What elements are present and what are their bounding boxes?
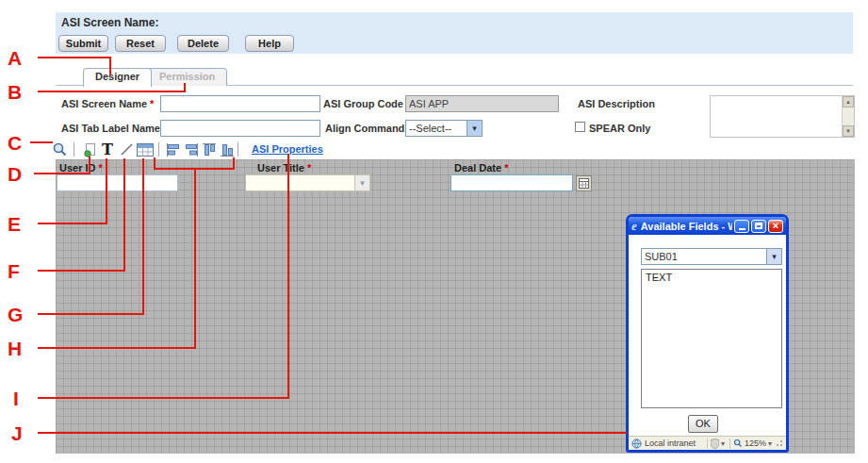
add-field-icon[interactable] bbox=[81, 141, 98, 157]
zoom-level-text[interactable]: 125% bbox=[745, 438, 766, 448]
align-command-label: Align Command bbox=[325, 123, 404, 134]
user-id-input[interactable] bbox=[57, 174, 178, 191]
align-bottom-icon[interactable] bbox=[219, 141, 236, 157]
required-marker: * bbox=[99, 162, 103, 174]
annotation-letter-a: A bbox=[8, 47, 34, 70]
annotation-letter-j: J bbox=[11, 422, 38, 445]
deal-date-label: Deal Date* bbox=[454, 162, 508, 174]
tab-label-name-input[interactable] bbox=[160, 120, 320, 137]
chevron-down-icon[interactable]: ▾ bbox=[467, 121, 482, 136]
window-title: Available Fields - Wind... bbox=[641, 221, 732, 232]
annotation-line bbox=[38, 432, 627, 434]
zoom-icon bbox=[733, 438, 743, 448]
calendar-icon[interactable] bbox=[576, 175, 592, 191]
annotation-line bbox=[34, 173, 90, 174]
annotation-letter-g: G bbox=[8, 304, 34, 326]
annotation-letter-i: I bbox=[13, 388, 40, 410]
annotation-line bbox=[123, 158, 125, 272]
annotation-line bbox=[142, 158, 144, 315]
security-zone-text: Local intranet bbox=[645, 438, 704, 448]
window-title-bar[interactable]: e Available Fields - Wind... × bbox=[629, 217, 786, 235]
scroll-up-button[interactable]: ▴ bbox=[843, 96, 854, 107]
annotation-line bbox=[38, 270, 125, 272]
screenshot-root: { "colors": { "annotation_red": "#e3170d… bbox=[0, 0, 868, 463]
spear-only-checkbox[interactable] bbox=[575, 122, 585, 132]
chevron-down-icon[interactable]: ▾ bbox=[721, 439, 725, 448]
toolbar-separator bbox=[74, 142, 74, 157]
line-tool-icon[interactable] bbox=[118, 141, 135, 157]
align-top-icon[interactable] bbox=[201, 141, 218, 157]
user-title-select[interactable]: ▾ bbox=[245, 174, 370, 191]
annotation-line bbox=[109, 57, 111, 75]
annotation-line bbox=[287, 154, 289, 399]
maximize-icon bbox=[755, 223, 762, 229]
tab-permission[interactable]: Permission bbox=[147, 68, 227, 86]
statusbar-separator bbox=[707, 438, 708, 449]
annotation-line bbox=[38, 347, 196, 349]
page-title: ASI Screen Name: bbox=[61, 16, 158, 29]
screen-name-input[interactable] bbox=[160, 95, 320, 112]
subfile-combobox-value: SUB01 bbox=[642, 251, 766, 262]
annotation-line bbox=[38, 223, 107, 224]
subfile-combobox[interactable]: SUB01 ▾ bbox=[641, 248, 782, 265]
minimize-icon bbox=[739, 228, 745, 230]
annotation-line bbox=[233, 157, 235, 169]
annotation-line bbox=[194, 169, 196, 349]
available-fields-list[interactable]: TEXT bbox=[641, 269, 782, 408]
maximize-button[interactable] bbox=[751, 220, 766, 233]
search-icon[interactable] bbox=[51, 141, 68, 157]
tab-designer[interactable]: Designer bbox=[83, 68, 152, 87]
header-band bbox=[56, 12, 853, 54]
available-fields-window: e Available Fields - Wind... × SUB01 ▾ T… bbox=[626, 214, 789, 453]
align-command-select[interactable]: --Select-- ▾ bbox=[405, 120, 483, 137]
reset-button[interactable]: Reset bbox=[115, 35, 166, 52]
annotation-line bbox=[106, 158, 107, 224]
annotation-letter-h: H bbox=[8, 338, 34, 360]
annotation-line bbox=[154, 157, 156, 169]
submit-button[interactable]: Submit bbox=[58, 35, 108, 52]
chevron-down-icon[interactable]: ▾ bbox=[354, 175, 369, 190]
close-button[interactable]: × bbox=[768, 220, 783, 233]
annotation-line bbox=[89, 157, 90, 174]
annotation-letter-e: E bbox=[8, 213, 34, 236]
resize-grip[interactable] bbox=[776, 439, 783, 447]
chevron-down-icon[interactable]: ▾ bbox=[768, 439, 772, 448]
annotation-letter-f: F bbox=[8, 260, 34, 283]
spear-only-label: SPEAR Only bbox=[589, 123, 650, 134]
user-title-label: User Title* bbox=[257, 162, 311, 174]
required-marker: * bbox=[504, 162, 508, 174]
annotation-line bbox=[38, 397, 289, 399]
annotation-line bbox=[38, 57, 111, 58]
minimize-button[interactable] bbox=[734, 220, 749, 233]
ok-button[interactable]: OK bbox=[688, 415, 718, 433]
text-tool-icon[interactable]: T bbox=[99, 141, 116, 157]
required-marker: * bbox=[307, 162, 311, 174]
annotation-line bbox=[154, 168, 235, 170]
window-status-bar: Local intranet ▾ 125% ▾ bbox=[629, 436, 786, 450]
help-button[interactable]: Help bbox=[245, 35, 294, 52]
align-left-icon[interactable] bbox=[165, 141, 182, 157]
table-tool-icon[interactable] bbox=[137, 141, 154, 157]
group-code-field bbox=[405, 95, 559, 112]
annotation-letter-d: D bbox=[8, 163, 34, 186]
align-command-value: --Select-- bbox=[406, 123, 467, 134]
description-scrollbar[interactable]: ▴ ▾ bbox=[842, 96, 854, 137]
screen-name-label: ASI Screen Name* bbox=[61, 98, 154, 109]
annotation-line bbox=[184, 83, 186, 92]
group-code-label: ASI Group Code bbox=[323, 98, 403, 109]
chevron-down-icon[interactable]: ▾ bbox=[766, 249, 781, 264]
description-textarea[interactable]: ▴ ▾ bbox=[710, 95, 855, 138]
required-marker: * bbox=[150, 98, 154, 109]
tab-label-name-label: ASI Tab Label Name* bbox=[61, 123, 167, 134]
ie-logo-icon: e bbox=[631, 219, 637, 234]
align-right-icon[interactable] bbox=[183, 141, 200, 157]
delete-button[interactable]: Delete bbox=[177, 35, 229, 52]
statusbar-separator bbox=[729, 438, 730, 449]
toolbar-separator bbox=[237, 142, 238, 157]
annotation-line bbox=[38, 91, 186, 92]
scroll-down-button[interactable]: ▾ bbox=[843, 125, 854, 137]
deal-date-input[interactable] bbox=[450, 174, 573, 191]
intranet-globe-icon bbox=[631, 438, 642, 449]
description-label: ASI Description bbox=[578, 98, 655, 109]
list-item[interactable]: TEXT bbox=[642, 270, 781, 285]
